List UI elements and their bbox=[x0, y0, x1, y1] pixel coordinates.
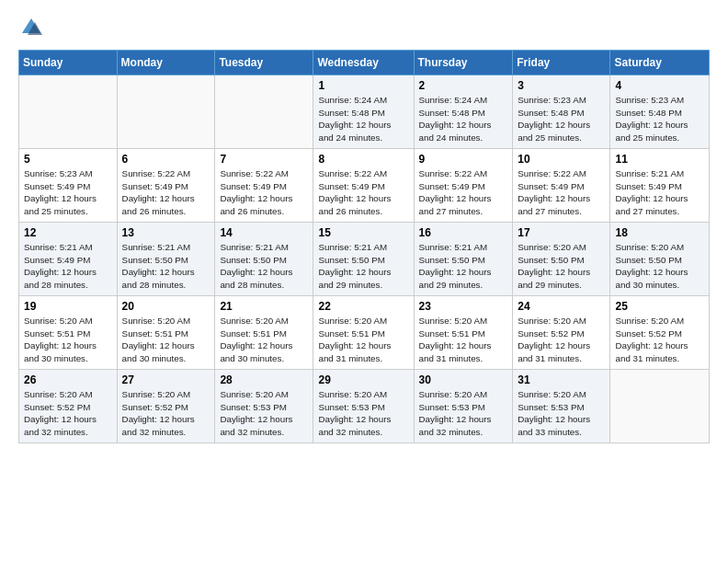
day-info: Sunrise: 5:20 AMSunset: 5:52 PMDaylight:… bbox=[518, 315, 605, 365]
calendar-cell: 8Sunrise: 5:22 AMSunset: 5:49 PMDaylight… bbox=[313, 149, 414, 223]
calendar-cell: 26Sunrise: 5:20 AMSunset: 5:52 PMDayligh… bbox=[19, 370, 118, 443]
day-number: 31 bbox=[518, 373, 605, 386]
weekday-header-row: SundayMondayTuesdayWednesdayThursdayFrid… bbox=[19, 51, 710, 75]
day-info: Sunrise: 5:20 AMSunset: 5:50 PMDaylight:… bbox=[518, 241, 605, 292]
day-number: 26 bbox=[24, 373, 112, 386]
day-info: Sunrise: 5:21 AMSunset: 5:50 PMDaylight:… bbox=[318, 241, 408, 292]
day-number: 12 bbox=[24, 226, 112, 239]
calendar-cell: 1Sunrise: 5:24 AMSunset: 5:48 PMDaylight… bbox=[313, 75, 414, 149]
calendar-cell: 5Sunrise: 5:23 AMSunset: 5:49 PMDaylight… bbox=[19, 149, 118, 223]
day-info: Sunrise: 5:20 AMSunset: 5:50 PMDaylight:… bbox=[615, 241, 704, 292]
day-number: 19 bbox=[24, 300, 112, 313]
calendar-cell: 29Sunrise: 5:20 AMSunset: 5:53 PMDayligh… bbox=[313, 370, 414, 443]
day-number: 10 bbox=[518, 153, 605, 166]
day-number: 30 bbox=[419, 373, 508, 386]
day-number: 29 bbox=[318, 373, 408, 386]
day-info: Sunrise: 5:20 AMSunset: 5:53 PMDaylight:… bbox=[419, 388, 508, 439]
day-number: 5 bbox=[24, 153, 112, 166]
calendar-cell: 3Sunrise: 5:23 AMSunset: 5:48 PMDaylight… bbox=[513, 75, 610, 149]
day-number: 23 bbox=[419, 300, 508, 313]
day-number: 22 bbox=[318, 300, 408, 313]
weekday-header: Tuesday bbox=[215, 51, 313, 75]
day-number: 21 bbox=[220, 300, 308, 313]
day-info: Sunrise: 5:20 AMSunset: 5:51 PMDaylight:… bbox=[24, 315, 112, 365]
calendar-table: SundayMondayTuesdayWednesdayThursdayFrid… bbox=[18, 50, 710, 443]
weekday-header: Friday bbox=[513, 51, 610, 75]
day-info: Sunrise: 5:20 AMSunset: 5:51 PMDaylight:… bbox=[220, 315, 308, 365]
day-number: 27 bbox=[122, 373, 210, 386]
calendar-cell bbox=[215, 75, 313, 149]
day-number: 2 bbox=[419, 79, 508, 92]
weekday-header: Wednesday bbox=[313, 51, 414, 75]
calendar-cell: 9Sunrise: 5:22 AMSunset: 5:49 PMDaylight… bbox=[414, 149, 513, 223]
calendar-cell: 19Sunrise: 5:20 AMSunset: 5:51 PMDayligh… bbox=[19, 296, 118, 370]
calendar-cell bbox=[610, 370, 710, 443]
day-info: Sunrise: 5:22 AMSunset: 5:49 PMDaylight:… bbox=[518, 167, 605, 218]
day-info: Sunrise: 5:24 AMSunset: 5:48 PMDaylight:… bbox=[318, 94, 408, 144]
day-number: 25 bbox=[615, 300, 704, 313]
calendar-cell: 4Sunrise: 5:23 AMSunset: 5:48 PMDaylight… bbox=[610, 75, 710, 149]
calendar-cell: 28Sunrise: 5:20 AMSunset: 5:53 PMDayligh… bbox=[215, 370, 313, 443]
day-number: 3 bbox=[518, 79, 605, 92]
calendar-cell: 13Sunrise: 5:21 AMSunset: 5:50 PMDayligh… bbox=[117, 223, 215, 296]
calendar-cell: 10Sunrise: 5:22 AMSunset: 5:49 PMDayligh… bbox=[513, 149, 610, 223]
calendar-cell: 16Sunrise: 5:21 AMSunset: 5:50 PMDayligh… bbox=[414, 223, 513, 296]
calendar-cell: 31Sunrise: 5:20 AMSunset: 5:53 PMDayligh… bbox=[513, 370, 610, 443]
logo bbox=[18, 15, 48, 40]
day-info: Sunrise: 5:23 AMSunset: 5:49 PMDaylight:… bbox=[24, 167, 112, 218]
calendar-cell: 27Sunrise: 5:20 AMSunset: 5:52 PMDayligh… bbox=[117, 370, 215, 443]
weekday-header: Thursday bbox=[414, 51, 513, 75]
calendar-week-row: 12Sunrise: 5:21 AMSunset: 5:49 PMDayligh… bbox=[19, 223, 710, 296]
day-info: Sunrise: 5:20 AMSunset: 5:51 PMDaylight:… bbox=[318, 315, 408, 365]
day-info: Sunrise: 5:20 AMSunset: 5:52 PMDaylight:… bbox=[615, 315, 704, 365]
calendar-cell: 7Sunrise: 5:22 AMSunset: 5:49 PMDaylight… bbox=[215, 149, 313, 223]
day-number: 16 bbox=[419, 226, 508, 239]
logo-icon bbox=[18, 15, 44, 40]
day-info: Sunrise: 5:20 AMSunset: 5:51 PMDaylight:… bbox=[122, 315, 210, 365]
day-info: Sunrise: 5:21 AMSunset: 5:50 PMDaylight:… bbox=[122, 241, 210, 292]
day-number: 15 bbox=[318, 226, 408, 239]
page-header bbox=[18, 15, 710, 40]
day-number: 8 bbox=[318, 153, 408, 166]
day-number: 6 bbox=[122, 153, 210, 166]
calendar-cell bbox=[117, 75, 215, 149]
day-info: Sunrise: 5:21 AMSunset: 5:49 PMDaylight:… bbox=[615, 167, 704, 218]
calendar-cell: 14Sunrise: 5:21 AMSunset: 5:50 PMDayligh… bbox=[215, 223, 313, 296]
calendar-cell: 11Sunrise: 5:21 AMSunset: 5:49 PMDayligh… bbox=[610, 149, 710, 223]
day-number: 13 bbox=[122, 226, 210, 239]
calendar-cell: 23Sunrise: 5:20 AMSunset: 5:51 PMDayligh… bbox=[414, 296, 513, 370]
day-number: 7 bbox=[220, 153, 308, 166]
weekday-header: Sunday bbox=[19, 51, 118, 75]
day-number: 18 bbox=[615, 226, 704, 239]
day-info: Sunrise: 5:22 AMSunset: 5:49 PMDaylight:… bbox=[122, 167, 210, 218]
calendar-cell: 2Sunrise: 5:24 AMSunset: 5:48 PMDaylight… bbox=[414, 75, 513, 149]
calendar-week-row: 5Sunrise: 5:23 AMSunset: 5:49 PMDaylight… bbox=[19, 149, 710, 223]
calendar-cell bbox=[19, 75, 118, 149]
calendar-week-row: 1Sunrise: 5:24 AMSunset: 5:48 PMDaylight… bbox=[19, 75, 710, 149]
calendar-cell: 15Sunrise: 5:21 AMSunset: 5:50 PMDayligh… bbox=[313, 223, 414, 296]
day-info: Sunrise: 5:22 AMSunset: 5:49 PMDaylight:… bbox=[419, 167, 508, 218]
calendar-week-row: 19Sunrise: 5:20 AMSunset: 5:51 PMDayligh… bbox=[19, 296, 710, 370]
weekday-header: Saturday bbox=[610, 51, 710, 75]
calendar-cell: 17Sunrise: 5:20 AMSunset: 5:50 PMDayligh… bbox=[513, 223, 610, 296]
day-info: Sunrise: 5:24 AMSunset: 5:48 PMDaylight:… bbox=[419, 94, 508, 144]
calendar-cell: 22Sunrise: 5:20 AMSunset: 5:51 PMDayligh… bbox=[313, 296, 414, 370]
day-info: Sunrise: 5:21 AMSunset: 5:49 PMDaylight:… bbox=[24, 241, 112, 292]
day-number: 1 bbox=[318, 79, 408, 92]
day-number: 17 bbox=[518, 226, 605, 239]
calendar-cell: 20Sunrise: 5:20 AMSunset: 5:51 PMDayligh… bbox=[117, 296, 215, 370]
day-info: Sunrise: 5:21 AMSunset: 5:50 PMDaylight:… bbox=[220, 241, 308, 292]
day-info: Sunrise: 5:21 AMSunset: 5:50 PMDaylight:… bbox=[419, 241, 508, 292]
calendar-cell: 21Sunrise: 5:20 AMSunset: 5:51 PMDayligh… bbox=[215, 296, 313, 370]
day-info: Sunrise: 5:20 AMSunset: 5:51 PMDaylight:… bbox=[419, 315, 508, 365]
day-info: Sunrise: 5:22 AMSunset: 5:49 PMDaylight:… bbox=[318, 167, 408, 218]
day-info: Sunrise: 5:20 AMSunset: 5:52 PMDaylight:… bbox=[122, 388, 210, 439]
day-number: 4 bbox=[615, 79, 704, 92]
calendar-week-row: 26Sunrise: 5:20 AMSunset: 5:52 PMDayligh… bbox=[19, 370, 710, 443]
day-number: 14 bbox=[220, 226, 308, 239]
calendar-cell: 24Sunrise: 5:20 AMSunset: 5:52 PMDayligh… bbox=[513, 296, 610, 370]
day-info: Sunrise: 5:23 AMSunset: 5:48 PMDaylight:… bbox=[615, 94, 704, 144]
day-number: 11 bbox=[615, 153, 704, 166]
calendar-cell: 18Sunrise: 5:20 AMSunset: 5:50 PMDayligh… bbox=[610, 223, 710, 296]
day-info: Sunrise: 5:20 AMSunset: 5:52 PMDaylight:… bbox=[24, 388, 112, 439]
